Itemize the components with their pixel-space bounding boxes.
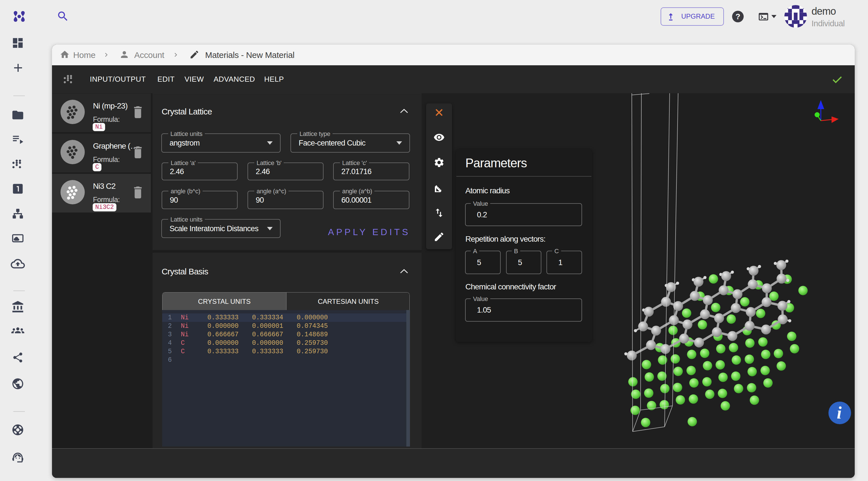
svg-text:i: i (837, 403, 841, 422)
